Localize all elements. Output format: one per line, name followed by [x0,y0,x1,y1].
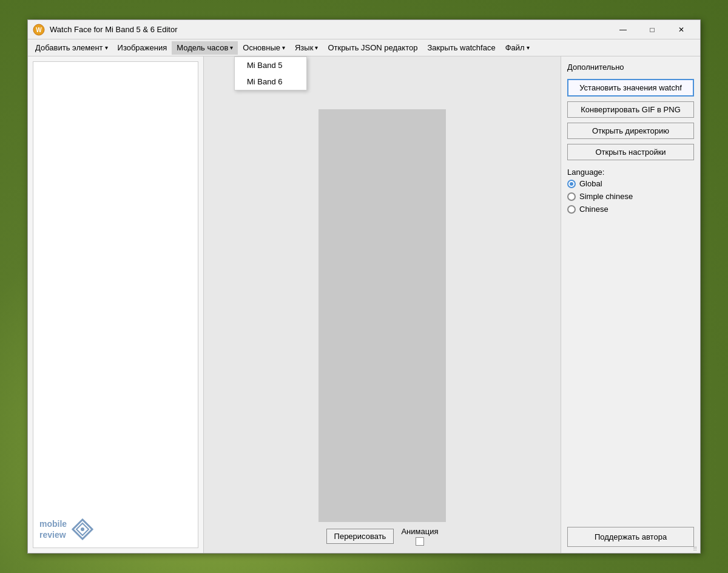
watch-canvas [318,109,446,522]
language-label: Language: [567,168,694,177]
svg-text:W: W [36,27,42,33]
menu-language[interactable]: Язык ▾ [290,41,323,55]
redraw-button[interactable]: Перерисовать [326,529,394,544]
open-settings-button[interactable]: Открыть настройки [567,144,694,160]
open-dir-button[interactable]: Открыть директорию [567,123,694,139]
set-watchface-button[interactable]: Установить значения watchf [567,79,694,97]
menu-basic[interactable]: Основные ▾ [238,41,290,55]
title-bar: W Watch Face for Mi Band 5 & 6 Editor — … [28,20,700,39]
language-chinese[interactable]: Chinese [567,205,694,214]
language-chinese-label: Chinese [579,205,608,214]
resize-handle[interactable]: ⠿ [693,546,699,552]
main-content: mobilereview Перерисовать Анимация [28,56,700,553]
center-bottom: Перерисовать Анимация [326,527,439,546]
watch-model-dropdown: Mi Band 5 Mi Band 6 [234,56,307,90]
right-panel-spacer [567,219,694,522]
language-simple-chinese[interactable]: Simple chinese [567,192,694,201]
logo-text: mobilereview [39,519,67,540]
menu-watch-model-arrow: ▾ [230,44,233,51]
minimize-button[interactable]: — [609,21,637,38]
language-radio-group: Global Simple chinese Chinese [567,179,694,214]
language-global-label: Global [579,179,602,188]
mobile-review-text: mobilereview [39,518,67,540]
diamond-icon [70,517,95,541]
menu-file[interactable]: Файл ▾ [500,41,534,55]
window-title: Watch Face for Mi Band 5 & 6 Editor [50,25,609,34]
dropdown-mi-band-5[interactable]: Mi Band 5 [235,57,306,73]
main-window: W Watch Face for Mi Band 5 & 6 Editor — … [27,19,701,554]
animation-group: Анимация [401,527,438,546]
support-button[interactable]: Поддержать автора [567,527,694,547]
radio-chinese-circle [567,205,576,214]
animation-label: Анимация [401,527,438,536]
radio-global-circle [567,180,576,188]
menu-close-watchface[interactable]: Закрыть watchface [422,41,500,55]
menu-watch-model[interactable]: Модель часов ▾ [172,41,238,55]
window-controls: — □ ✕ [609,21,695,38]
maximize-button[interactable]: □ [638,21,666,38]
menu-file-arrow: ▾ [527,44,530,51]
language-global[interactable]: Global [567,179,694,188]
svg-point-4 [81,527,84,531]
animation-checkbox[interactable] [416,537,424,546]
additional-title: Дополнительно [567,63,694,72]
language-section: Language: Global Simple chinese Chinese [567,168,694,214]
mobile-review-logo: mobilereview [39,517,95,541]
menu-language-arrow: ▾ [315,44,318,51]
left-canvas: mobilereview [33,61,198,548]
menu-add-element-arrow: ▾ [105,44,108,51]
center-panel: Перерисовать Анимация [204,56,561,553]
right-panel: Дополнительно Установить значения watchf… [561,56,700,553]
menu-open-json[interactable]: Открыть JSON редактор [323,41,422,55]
convert-gif-button[interactable]: Конвертировать GIF в PNG [567,101,694,118]
menu-add-element[interactable]: Добавить элемент ▾ [30,41,113,55]
language-simple-chinese-label: Simple chinese [579,192,633,201]
radio-simple-chinese-circle [567,192,576,201]
menu-images[interactable]: Изображения [113,41,172,55]
dropdown-mi-band-6[interactable]: Mi Band 6 [235,73,306,90]
app-icon: W [33,24,45,36]
menu-bar: Добавить элемент ▾ Изображения Модель ча… [28,39,700,56]
menu-basic-arrow: ▾ [282,44,285,51]
left-panel: mobilereview [28,56,204,553]
close-button[interactable]: ✕ [667,21,695,38]
